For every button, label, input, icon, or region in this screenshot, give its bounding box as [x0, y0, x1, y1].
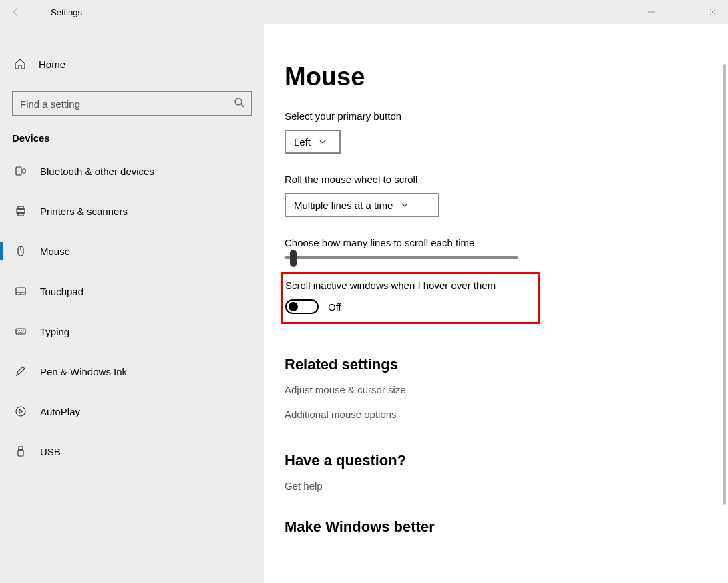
minimize-button[interactable] — [636, 0, 667, 24]
search-field[interactable] — [20, 98, 234, 110]
get-help-link[interactable]: Get help — [285, 480, 728, 492]
svg-rect-8 — [17, 209, 25, 213]
search-input[interactable] — [12, 91, 252, 116]
sidebar-item-label: USB — [40, 446, 61, 457]
sidebar-item-label: Typing — [40, 326, 69, 337]
dropdown-value: Multiple lines at a time — [294, 200, 393, 211]
slider-thumb[interactable] — [290, 250, 297, 267]
sidebar-item-autoplay[interactable]: AutoPlay — [12, 396, 252, 427]
sidebar-item-label: Printers & scanners — [40, 206, 128, 217]
sidebar-item-touchpad[interactable]: Touchpad — [12, 276, 252, 307]
home-icon — [12, 58, 28, 70]
svg-rect-9 — [18, 206, 23, 209]
svg-rect-16 — [16, 329, 25, 334]
svg-rect-23 — [19, 447, 23, 450]
chevron-down-icon — [319, 138, 327, 146]
inactive-scroll-label: Scroll inactive windows when I hover ove… — [285, 280, 532, 291]
sidebar-item-label: Bluetooth & other devices — [40, 166, 154, 177]
printer-icon — [13, 205, 28, 217]
sidebar-item-label: Pen & Windows Ink — [40, 366, 127, 377]
inactive-scroll-toggle[interactable] — [285, 299, 319, 314]
toggle-knob — [289, 302, 298, 311]
sidebar-item-bluetooth[interactable]: Bluetooth & other devices — [12, 156, 252, 186]
scroll-mode-dropdown[interactable]: Multiple lines at a time — [285, 193, 439, 217]
window-controls — [636, 0, 728, 24]
window-title: Settings — [51, 7, 82, 17]
page-title: Mouse — [285, 63, 728, 91]
svg-rect-1 — [679, 9, 685, 15]
back-button[interactable] — [0, 0, 32, 24]
sidebar-item-usb[interactable]: USB — [12, 436, 252, 467]
scrollbar-thumb[interactable] — [723, 64, 726, 505]
keyboard-icon — [13, 325, 28, 337]
svg-rect-6 — [16, 167, 21, 175]
home-nav[interactable]: Home — [12, 49, 252, 79]
question-heading: Have a question? — [285, 452, 728, 469]
adjust-cursor-link[interactable]: Adjust mouse & cursor size — [285, 384, 728, 395]
home-label: Home — [39, 59, 65, 70]
svg-rect-24 — [18, 450, 23, 456]
bluetooth-icon — [13, 165, 28, 177]
scroll-mode-label: Roll the mouse wheel to scroll — [285, 174, 728, 185]
related-settings-heading: Related settings — [285, 356, 728, 373]
highlighted-setting: Scroll inactive windows when I hover ove… — [281, 272, 540, 324]
sidebar-item-typing[interactable]: Typing — [12, 316, 252, 347]
scrollbar[interactable] — [721, 64, 728, 518]
svg-line-5 — [241, 104, 244, 107]
primary-button-dropdown[interactable]: Left — [285, 130, 341, 154]
main-content: Mouse Select your primary button Left Ro… — [264, 24, 728, 583]
autoplay-icon — [13, 405, 28, 417]
svg-rect-7 — [23, 169, 25, 173]
sidebar-item-label: AutoPlay — [40, 406, 80, 417]
sidebar-item-printers[interactable]: Printers & scanners — [12, 196, 252, 226]
svg-point-4 — [235, 98, 242, 105]
sidebar: Home Devices Bluetooth & other devices P… — [0, 24, 264, 583]
svg-point-22 — [16, 407, 25, 416]
additional-options-link[interactable]: Additional mouse options — [285, 409, 728, 420]
chevron-down-icon — [401, 201, 409, 209]
sidebar-item-label: Mouse — [40, 246, 70, 257]
primary-button-label: Select your primary button — [285, 110, 728, 122]
sidebar-item-label: Touchpad — [40, 286, 83, 297]
toggle-state: Off — [328, 301, 341, 313]
search-icon — [234, 97, 244, 110]
pen-icon — [13, 365, 28, 377]
sidebar-item-mouse[interactable]: Mouse — [12, 236, 252, 266]
titlebar: Settings — [0, 0, 728, 24]
sidebar-item-pen[interactable]: Pen & Windows Ink — [12, 356, 252, 387]
svg-rect-10 — [18, 213, 23, 216]
close-button[interactable] — [697, 0, 728, 24]
touchpad-icon — [13, 285, 28, 297]
category-heading: Devices — [12, 132, 252, 144]
usb-icon — [13, 445, 28, 457]
mouse-icon — [13, 245, 28, 257]
lines-label: Choose how many lines to scroll each tim… — [285, 237, 728, 248]
better-heading: Make Windows better — [285, 518, 728, 536]
maximize-button[interactable] — [667, 0, 697, 24]
lines-slider[interactable] — [285, 256, 518, 259]
dropdown-value: Left — [294, 136, 311, 148]
